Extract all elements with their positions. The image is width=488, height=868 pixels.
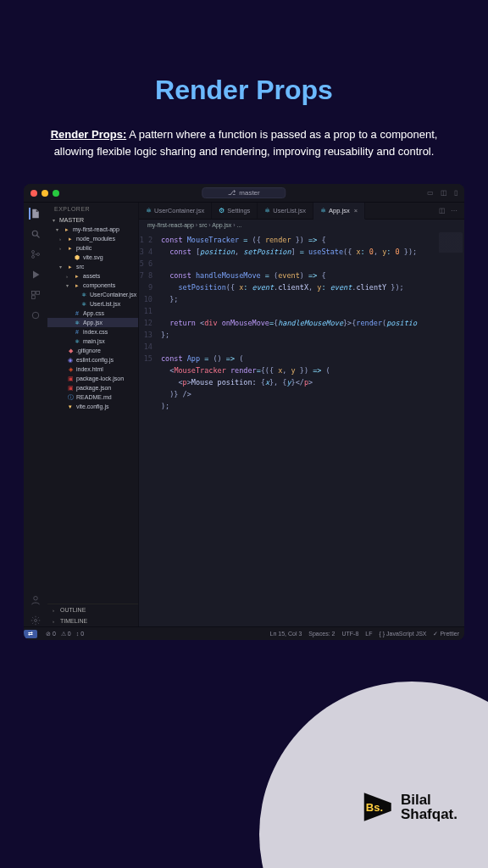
svg-point-8 (34, 597, 38, 601)
vscode-window: ⎇ master ▭ ◫ ▯ EXPLORER ▾MASTER ▾▸my-fir… (24, 184, 464, 640)
page-description: Render Props: A pattern where a function… (0, 106, 488, 160)
svg-rect-4 (32, 292, 36, 295)
window-controls (30, 190, 59, 197)
tree-item[interactable]: ⚛main.jsx (47, 337, 138, 346)
tree-item[interactable]: ◈index.html (47, 364, 138, 374)
timeline-section[interactable]: ›TIMELINE (47, 615, 138, 626)
sidebar-title: EXPLORER (47, 203, 138, 215)
tree-item[interactable]: ▾▸my-first-react-app (47, 225, 138, 234)
status-spaces[interactable]: Spaces: 2 (308, 631, 335, 637)
close-icon[interactable] (30, 190, 37, 197)
line-gutter: 1 2 3 4 5 6 7 8 9 10 11 12 13 14 15 (139, 231, 158, 626)
minimize-icon[interactable] (42, 190, 48, 197)
status-eol[interactable]: LF (365, 631, 372, 637)
svg-point-9 (35, 620, 37, 622)
tree-item[interactable]: ›▸public (47, 243, 138, 253)
tree-item[interactable]: ▣package.json (47, 383, 138, 392)
tree-item[interactable]: ◉eslint.config.js (47, 355, 138, 364)
sidebar: EXPLORER ▾MASTER ▾▸my-first-react-app›▸n… (47, 203, 139, 626)
tree-item[interactable]: #index.css (47, 327, 138, 337)
brand: Bs. Bilal Shafqat. (360, 790, 458, 824)
svg-rect-5 (36, 292, 40, 295)
status-cursor[interactable]: Ln 15, Col 3 (270, 631, 302, 637)
tree-item[interactable]: ⚛UserContainer.jsx (47, 290, 138, 299)
status-ports[interactable]: ↕ 0 (76, 631, 84, 637)
brand-logo-icon: Bs. (360, 790, 394, 824)
tab[interactable]: ⚛UserList.jsx (258, 203, 313, 219)
svg-point-3 (37, 253, 40, 256)
file-tree: ▾▸my-first-react-app›▸node_modules›▸publ… (47, 225, 138, 604)
panel-icon[interactable]: ◫ (441, 189, 447, 197)
tree-item[interactable]: #App.css (47, 309, 138, 318)
search-icon[interactable] (30, 228, 42, 240)
footer-decor (259, 682, 488, 868)
maximize-icon[interactable] (53, 190, 59, 197)
branch-name: master (239, 189, 259, 197)
desc-lead: Render Props: (51, 128, 127, 141)
svg-point-0 (32, 231, 37, 236)
tree-item[interactable]: ›▸node_modules (47, 234, 138, 243)
extra-icon[interactable] (30, 309, 42, 321)
status-bar: ⇄ ⊘ 0 ⚠ 0 ↕ 0 Ln 15, Col 3 Spaces: 2 UTF… (24, 626, 464, 640)
tree-item[interactable]: ⬢vite.svg (47, 253, 138, 262)
sidebar-icon[interactable]: ▯ (454, 189, 458, 197)
tree-item[interactable]: ▾▸components (47, 281, 138, 290)
remote-indicator[interactable]: ⇄ (24, 630, 37, 638)
tree-item[interactable]: ⚛UserList.jsx (47, 299, 138, 309)
activity-bar (24, 203, 47, 626)
titlebar: ⎇ master ▭ ◫ ▯ (24, 184, 464, 203)
command-center[interactable]: ⎇ master (202, 187, 286, 198)
more-icon[interactable]: ⋯ (451, 207, 458, 214)
explorer-icon[interactable] (29, 208, 41, 220)
tree-item[interactable]: ›▸assets (47, 271, 138, 281)
run-debug-icon[interactable] (30, 269, 42, 281)
tree-item[interactable]: ▣package-lock.json (47, 374, 138, 383)
sidebar-section[interactable]: ▾MASTER (47, 215, 138, 225)
status-language[interactable]: { } JavaScript JSX (379, 631, 426, 637)
source-control-icon[interactable] (30, 248, 42, 260)
code-content[interactable]: const MouseTracker = ({ render }) => { c… (158, 231, 464, 626)
tree-item[interactable]: ▾vite.config.js (47, 402, 138, 411)
page-title: Render Props (0, 0, 488, 106)
brand-text: Bilal Shafqat. (401, 793, 458, 821)
svg-point-1 (32, 251, 35, 253)
tab[interactable]: ⚛UserContainer.jsx (139, 203, 212, 219)
tree-item[interactable]: ▾▸src (47, 262, 138, 271)
account-icon[interactable] (30, 594, 42, 606)
breadcrumb[interactable]: my-first-react-app › src › App.jsx › ... (139, 220, 464, 231)
minimap[interactable] (439, 232, 463, 283)
tree-item[interactable]: ⓘREADME.md (47, 392, 138, 402)
tab[interactable]: ⚛App.jsx× (313, 203, 365, 220)
gear-icon[interactable] (30, 615, 42, 626)
outline-section[interactable]: ›OUTLINE (47, 604, 138, 615)
tab[interactable]: ⚙Settings (212, 203, 258, 219)
tree-item[interactable]: ◆.gitignore (47, 346, 138, 355)
status-warnings[interactable]: ⚠ 0 (61, 631, 71, 637)
branch-icon: ⎇ (228, 189, 236, 197)
status-errors[interactable]: ⊘ 0 (46, 631, 56, 637)
tab-bar: ⚛UserContainer.jsx⚙Settings⚛UserList.jsx… (139, 203, 464, 220)
split-icon[interactable]: ◫ (439, 207, 446, 214)
status-encoding[interactable]: UTF-8 (341, 631, 358, 637)
svg-point-7 (32, 313, 39, 320)
editor[interactable]: 1 2 3 4 5 6 7 8 9 10 11 12 13 14 15 cons… (139, 231, 464, 626)
extensions-icon[interactable] (30, 289, 42, 301)
svg-point-2 (32, 256, 35, 259)
editor-area: ⚛UserContainer.jsx⚙Settings⚛UserList.jsx… (139, 203, 464, 626)
svg-rect-6 (32, 296, 36, 299)
layout-icon[interactable]: ▭ (427, 189, 434, 197)
tree-item[interactable]: ⚛App.jsx (47, 318, 138, 327)
status-prettier[interactable]: ✓ Prettier (433, 631, 459, 637)
